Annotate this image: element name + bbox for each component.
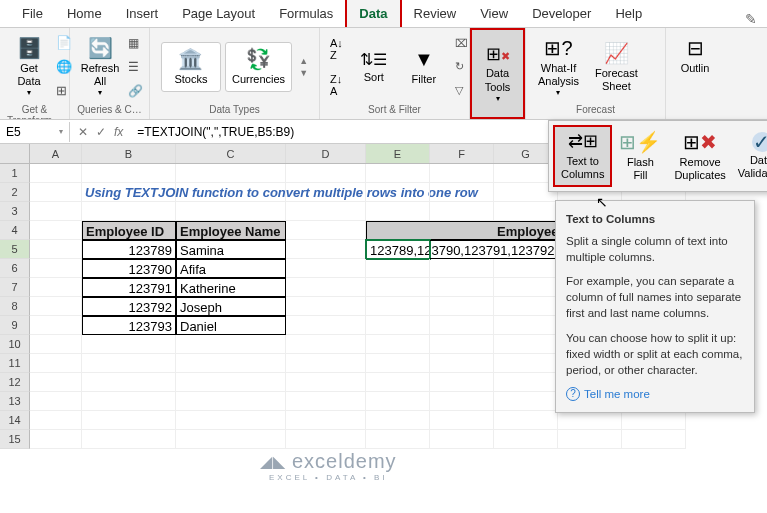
table-cell[interactable]: Katherine [176,278,286,297]
group-queries: Queries & C… [76,102,143,115]
what-if-icon: ⊞? [544,36,572,60]
tab-data[interactable]: Data [345,0,401,27]
tab-help[interactable]: Help [603,0,654,27]
row-header[interactable]: 14 [0,411,30,430]
forecast-icon: 📈 [604,41,629,65]
row-header[interactable]: 4 [0,221,30,240]
row-header[interactable]: 13 [0,392,30,411]
table-cell[interactable]: Joseph [176,297,286,316]
selected-cell[interactable]: 123789,123790,123791,123792, [366,240,430,259]
data-tools-submenu: ⇄⊞ Text to Columns ⊞⚡ Flash Fill ⊞✖ Remo… [548,120,767,192]
header-employee-name[interactable]: Employee Name [176,221,286,240]
scroll-down-icon[interactable]: ▼ [299,68,308,78]
row-header[interactable]: 7 [0,278,30,297]
refresh-icon: 🔄 [88,36,113,60]
sort-button[interactable]: ⇅☰ Sort [351,32,397,102]
tab-home[interactable]: Home [55,0,114,27]
tell-me-more-link[interactable]: ? Tell me more [566,386,744,402]
tab-formulas[interactable]: Formulas [267,0,345,27]
tooltip-line: You can choose how to split it up: fixed… [566,330,744,378]
select-all-corner[interactable] [0,144,30,163]
table-cell[interactable]: 123790 [82,259,176,278]
col-header-D[interactable]: D [286,144,366,163]
tooltip-title: Text to Columns [566,211,744,227]
table-cell[interactable]: Daniel [176,316,286,335]
what-if-button[interactable]: ⊞? What-If Analysis ▾ [532,32,585,102]
row-header[interactable]: 5 [0,240,30,259]
flash-fill-icon: ⊞⚡ [619,130,661,154]
table-cell[interactable]: 123789 [82,240,176,259]
tooltip-line: Split a single column of text into multi… [566,233,744,265]
fx-icon[interactable]: fx [114,125,123,139]
flash-fill-button[interactable]: ⊞⚡ Flash Fill [612,125,668,187]
row-header[interactable]: 1 [0,164,30,183]
sort-icon: ⇅☰ [360,50,387,69]
data-tools-icon: ⊞✖ [486,44,510,66]
row-header[interactable]: 8 [0,297,30,316]
row-header[interactable]: 6 [0,259,30,278]
sort-desc-button[interactable]: Z↓A [326,71,347,99]
outline-icon: ⊟ [687,36,704,60]
col-header-E[interactable]: E [366,144,430,163]
cursor-icon: ↖ [596,194,608,210]
clear-filter-icon[interactable]: ⌧ [451,35,472,52]
ribbon-tabs: File Home Insert Page Layout Formulas Da… [0,0,767,28]
row-header[interactable]: 11 [0,354,30,373]
name-box[interactable]: E5▾ [0,122,70,142]
row-header[interactable]: 3 [0,202,30,221]
tab-page-layout[interactable]: Page Layout [170,0,267,27]
col-header-A[interactable]: A [30,144,82,163]
row-header[interactable]: 12 [0,373,30,392]
title-text[interactable]: Using TEXTJOIN function to convert multi… [82,183,176,202]
group-sort-filter: Sort & Filter [326,102,463,115]
edit-links-icon[interactable]: 🔗 [128,84,143,98]
reapply-icon[interactable]: ↻ [451,58,472,75]
info-icon: ? [566,387,580,401]
get-data-button[interactable]: 🗄️ Get Data ▾ [6,32,52,102]
tab-review[interactable]: Review [402,0,469,27]
brand-logo: ◢◣ exceldemy EXCEL • DATA • BI [260,450,397,482]
group-get-transform: Get & Transform… [6,102,63,120]
tab-view[interactable]: View [468,0,520,27]
remove-duplicates-button[interactable]: ⊞✖ Remove Duplicates [668,125,731,187]
queries-icon[interactable]: ▦ [128,36,143,50]
properties-icon[interactable]: ☰ [128,60,143,74]
tab-developer[interactable]: Developer [520,0,603,27]
tooltip-line: For example, you can separate a column o… [566,273,744,321]
table-cell[interactable]: Afifa [176,259,286,278]
row-header[interactable]: 10 [0,335,30,354]
tab-file[interactable]: File [10,0,55,27]
stocks-icon: 🏛️ [178,47,203,71]
forecast-sheet-button[interactable]: 📈 Forecast Sheet [589,32,644,102]
brand-icon: ◢◣ [260,452,286,471]
col-header-F[interactable]: F [430,144,494,163]
col-header-C[interactable]: C [176,144,286,163]
data-validation-button[interactable]: ✓ Data Validation [732,125,767,187]
text-to-columns-button[interactable]: ⇄⊞ Text to Columns [553,125,612,187]
scroll-up-icon[interactable]: ▲ [299,56,308,66]
table-cell[interactable]: 123793 [82,316,176,335]
get-data-icon: 🗄️ [17,36,42,60]
outline-button[interactable]: ⊟ Outlin [672,32,718,79]
refresh-all-button[interactable]: 🔄 Refresh All ▾ [76,32,124,102]
header-employee-id[interactable]: Employee ID [82,221,176,240]
table-cell[interactable]: 123791 [82,278,176,297]
ribbon-content: 🗄️ Get Data ▾ 📄 🌐 ⊞ Get & Transform… 🔄 R… [0,28,767,120]
stocks-button[interactable]: 🏛️ Stocks [161,42,221,91]
sort-asc-button[interactable]: A↓Z [326,35,347,63]
col-header-B[interactable]: B [82,144,176,163]
row-header[interactable]: 2 [0,183,30,202]
remove-duplicates-icon: ⊞✖ [683,130,717,154]
row-header[interactable]: 9 [0,316,30,335]
row-header[interactable]: 15 [0,430,30,449]
advanced-icon[interactable]: ▽ [451,82,472,99]
table-cell[interactable]: Samina [176,240,286,259]
filter-button[interactable]: ▼ Filter [401,32,447,102]
share-icon[interactable]: ✎ [745,11,757,27]
table-cell[interactable]: 123792 [82,297,176,316]
tab-insert[interactable]: Insert [114,0,171,27]
enter-icon[interactable]: ✓ [96,125,106,139]
currencies-button[interactable]: 💱 Currencies [225,42,292,91]
cancel-icon[interactable]: ✕ [78,125,88,139]
data-tools-button[interactable]: ⊞✖ Data Tools ▾ [470,28,525,119]
